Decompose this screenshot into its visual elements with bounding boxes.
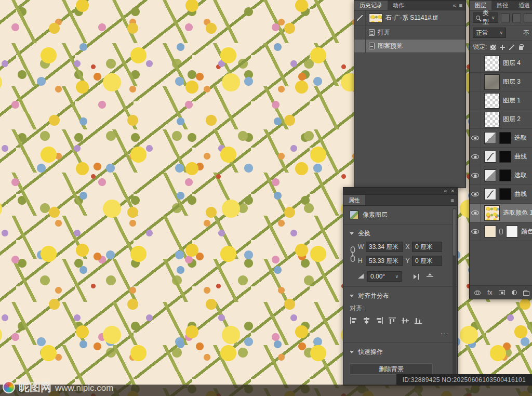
filter-pixel-button[interactable] bbox=[501, 14, 510, 22]
history-state-label: 打开 bbox=[378, 28, 390, 37]
lock-paint-icon[interactable] bbox=[508, 44, 515, 50]
height-field[interactable]: 53.33 厘米 bbox=[366, 256, 403, 266]
new-group-icon[interactable] bbox=[523, 288, 530, 297]
align-bottom-icon[interactable] bbox=[415, 317, 422, 324]
layer-effects-icon[interactable]: fx bbox=[486, 288, 494, 297]
adjustment-layer-row[interactable]: 选取 bbox=[470, 166, 532, 185]
eye-icon bbox=[471, 154, 479, 159]
history-brush-slot[interactable] bbox=[354, 10, 366, 25]
fill-layer-row[interactable]: 颜色 bbox=[470, 222, 532, 241]
flip-vertical-icon[interactable] bbox=[426, 273, 434, 280]
layer-mask-thumbnail[interactable] bbox=[499, 151, 511, 163]
new-adjustment-icon[interactable] bbox=[511, 288, 518, 297]
snapshot-thumbnail[interactable] bbox=[369, 14, 382, 23]
layer-row[interactable]: 图层 3 bbox=[470, 73, 532, 91]
tab-properties[interactable]: 属性 bbox=[343, 195, 365, 205]
layer-row[interactable]: 图层 1 bbox=[470, 91, 532, 110]
y-field[interactable]: 0 厘米 bbox=[412, 256, 442, 266]
align-middle-vertical-icon[interactable] bbox=[402, 317, 409, 324]
visibility-toggle[interactable] bbox=[470, 204, 481, 222]
layer-mask-thumbnail[interactable] bbox=[499, 169, 511, 181]
eye-icon bbox=[471, 192, 479, 196]
adjustment-icon[interactable] bbox=[484, 169, 496, 181]
eye-icon bbox=[471, 136, 479, 140]
layer-thumbnail[interactable] bbox=[484, 112, 500, 127]
filter-adjustment-button[interactable] bbox=[512, 14, 521, 22]
filter-type-select[interactable]: 类型 ∨ bbox=[473, 12, 498, 23]
properties-scrollbar[interactable] bbox=[453, 208, 456, 382]
curves-icon[interactable] bbox=[484, 151, 496, 163]
more-options-button[interactable]: ... bbox=[441, 328, 449, 336]
remove-background-button[interactable]: 删除背景 bbox=[350, 363, 433, 375]
layer-thumbnail[interactable] bbox=[484, 56, 500, 71]
curves-icon[interactable] bbox=[484, 188, 496, 200]
align-top-icon[interactable] bbox=[389, 317, 396, 324]
visibility-toggle[interactable] bbox=[470, 54, 481, 72]
properties-tabbar: 属性 ≡ bbox=[343, 195, 457, 206]
tab-paths[interactable]: 路径 bbox=[491, 1, 513, 10]
layer-name: 选取 bbox=[514, 134, 527, 142]
transform-grid: W 33.34 厘米 X 0 厘米 H 53.33 厘米 Y 0 厘米 bbox=[350, 242, 457, 266]
panel-collapse-icon[interactable]: « bbox=[453, 2, 456, 8]
visibility-toggle[interactable] bbox=[470, 222, 481, 241]
history-state-pattern-preview[interactable]: 图案预览 bbox=[354, 39, 466, 53]
blend-mode-select[interactable]: 正常 ∨ bbox=[473, 28, 506, 38]
history-snapshot-row[interactable]: 石-广-系 S1141#.tif bbox=[354, 10, 466, 26]
adjustment-layer-row[interactable]: 曲线 bbox=[470, 185, 532, 204]
history-brush-slot[interactable] bbox=[354, 39, 366, 52]
layer-mask-thumbnail[interactable] bbox=[506, 226, 518, 237]
visibility-toggle[interactable] bbox=[470, 129, 481, 147]
visibility-toggle[interactable] bbox=[470, 73, 481, 91]
image-id-text: ID:32889425 NO:20250606103500416101 bbox=[396, 374, 532, 386]
quick-actions-section-header[interactable]: 快速操作 bbox=[343, 343, 457, 359]
link-layers-icon[interactable] bbox=[474, 288, 482, 297]
tab-channels[interactable]: 通道 bbox=[513, 1, 532, 10]
layer-mask-thumbnail[interactable] bbox=[499, 188, 511, 200]
history-brush-slot[interactable] bbox=[354, 26, 366, 39]
transform-section-header[interactable]: 变换 bbox=[343, 225, 457, 241]
visibility-toggle[interactable] bbox=[470, 148, 481, 166]
align-left-icon[interactable] bbox=[350, 317, 357, 324]
visibility-toggle[interactable] bbox=[470, 91, 481, 110]
align-right-icon[interactable] bbox=[376, 317, 383, 324]
layer-thumbnail[interactable] bbox=[484, 93, 500, 109]
panel-collapse-icon[interactable]: « bbox=[444, 188, 447, 194]
align-center-horizontal-icon[interactable] bbox=[363, 317, 370, 324]
panel-close-icon[interactable]: × bbox=[451, 188, 454, 194]
layer-row-selected[interactable]: 选取颜色 1 bbox=[470, 204, 532, 222]
filter-type-value: 类型 bbox=[483, 9, 489, 27]
adjustment-icon[interactable] bbox=[484, 132, 496, 144]
chevron-down-icon bbox=[350, 351, 354, 353]
width-field[interactable]: 33.34 厘米 bbox=[366, 242, 403, 252]
visibility-toggle[interactable] bbox=[470, 185, 481, 203]
layer-thumbnail[interactable] bbox=[484, 74, 500, 90]
eye-icon bbox=[471, 210, 479, 215]
watermark-site-url: www.nipic.com bbox=[55, 383, 113, 393]
flip-horizontal-icon[interactable] bbox=[413, 273, 421, 280]
rotation-field[interactable]: 0.00° ∨ bbox=[367, 271, 402, 282]
layer-row[interactable]: 图层 2 bbox=[470, 110, 532, 129]
layer-row[interactable]: 图层 4 bbox=[470, 54, 532, 73]
history-state-open[interactable]: 打开 bbox=[354, 26, 466, 39]
adjustment-layer-row[interactable]: 曲线 bbox=[470, 148, 532, 166]
lock-position-icon[interactable] bbox=[499, 44, 506, 50]
color-fill-thumbnail[interactable] bbox=[484, 226, 496, 237]
tab-actions[interactable]: 动作 bbox=[388, 1, 409, 10]
constrain-proportions-toggle[interactable] bbox=[350, 246, 358, 262]
layer-mask-thumbnail[interactable] bbox=[499, 132, 511, 144]
align-section-header[interactable]: 对齐并分布 bbox=[343, 287, 457, 303]
panel-menu-icon[interactable]: ≡ bbox=[459, 2, 462, 8]
lock-transparency-icon[interactable] bbox=[489, 44, 496, 50]
lock-all-icon[interactable] bbox=[517, 44, 524, 50]
rotation-value: 0.00° bbox=[370, 273, 385, 280]
layer-thumbnail[interactable] bbox=[484, 205, 500, 221]
opacity-label-partial: 不 bbox=[523, 29, 529, 37]
adjustment-layer-row[interactable]: 选取 bbox=[470, 129, 532, 148]
add-mask-icon[interactable] bbox=[498, 288, 506, 297]
visibility-toggle[interactable] bbox=[470, 110, 481, 128]
panel-menu-icon[interactable]: ≡ bbox=[451, 197, 454, 203]
tab-history[interactable]: 历史记录 bbox=[354, 1, 388, 10]
x-field[interactable]: 0 厘米 bbox=[412, 242, 442, 252]
filter-text-button[interactable] bbox=[524, 14, 532, 22]
visibility-toggle[interactable] bbox=[470, 166, 481, 184]
